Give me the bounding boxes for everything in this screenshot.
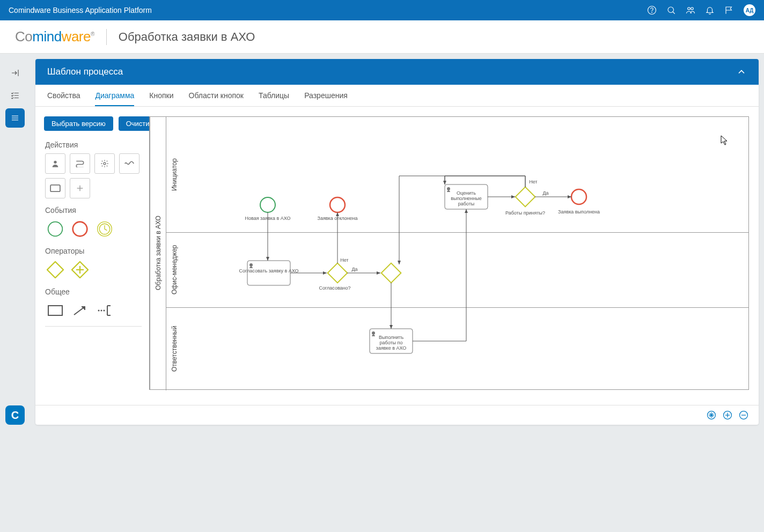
select-version-button[interactable]: Выбрать версию <box>44 116 113 131</box>
palette-start-event[interactable] <box>45 219 65 239</box>
palette-end-event[interactable] <box>70 219 90 239</box>
tab-button-areas[interactable]: Области кнопок <box>189 85 244 106</box>
svg-line-3 <box>673 12 675 14</box>
lane-responsible: Ответственный <box>166 307 182 390</box>
tab-properties[interactable]: Свойства <box>47 85 80 106</box>
svg-point-23 <box>98 310 100 312</box>
lane-initiator: Инициатор <box>166 117 182 232</box>
nav-menu-icon[interactable] <box>5 108 25 128</box>
bpmn-canvas[interactable]: Обработка заявки в АХО Инициатор Офис-ме… <box>149 116 749 390</box>
palette-task[interactable] <box>45 178 65 198</box>
svg-rect-22 <box>48 306 62 315</box>
svg-point-10 <box>104 162 106 165</box>
palette-subprocess[interactable] <box>119 153 139 174</box>
svg-rect-42 <box>381 263 401 283</box>
svg-point-4 <box>688 8 690 10</box>
help-icon[interactable] <box>647 5 657 15</box>
svg-text:Заявка выполнена: Заявка выполнена <box>558 209 600 215</box>
tab-diagram[interactable]: Диаграмма <box>95 85 134 106</box>
svg-point-28 <box>330 197 345 212</box>
svg-text:работы по: работы по <box>380 340 403 345</box>
people-icon[interactable] <box>686 5 695 15</box>
fit-icon[interactable] <box>706 410 717 420</box>
svg-point-9 <box>54 161 56 164</box>
avatar[interactable]: АД <box>744 4 755 16</box>
palette-parallel-gateway[interactable] <box>70 260 90 280</box>
zoom-out-icon[interactable] <box>738 410 749 420</box>
svg-point-36 <box>571 189 586 204</box>
palette-events-title: События <box>45 206 142 215</box>
svg-point-5 <box>691 8 694 10</box>
svg-point-26 <box>260 197 275 212</box>
svg-text:Работы приняты?: Работы приняты? <box>505 210 545 216</box>
palette-service-task[interactable] <box>94 153 115 174</box>
svg-text:Согласовано?: Согласовано? <box>319 285 350 291</box>
palette-timer-event[interactable] <box>94 219 115 239</box>
svg-text:Да: Да <box>542 190 548 196</box>
tab-permissions[interactable]: Разрешения <box>304 85 348 106</box>
palette-script-task[interactable] <box>70 153 90 174</box>
tab-tables[interactable]: Таблицы <box>259 85 289 106</box>
svg-point-24 <box>101 310 102 312</box>
tab-buttons[interactable]: Кнопки <box>149 85 173 106</box>
svg-rect-34 <box>516 187 535 207</box>
palette-user-task[interactable] <box>45 153 65 174</box>
svg-text:Нет: Нет <box>340 257 348 263</box>
zoom-in-icon[interactable] <box>722 410 733 420</box>
bpmn-diagram: Новая заявка в АХО Заявка отклонена Оцен… <box>182 117 606 390</box>
svg-rect-11 <box>50 185 60 191</box>
palette-actions-title: Действия <box>45 141 142 149</box>
svg-point-15 <box>73 222 87 237</box>
palette-annotation[interactable] <box>94 300 115 321</box>
bell-icon[interactable] <box>705 5 715 15</box>
svg-text:Да: Да <box>351 267 357 272</box>
platform-title: Comindware Business Application Platform <box>9 6 152 14</box>
pool-label: Обработка заявки в АХО <box>150 117 166 389</box>
svg-point-14 <box>48 222 63 237</box>
page-title: Обработка заявки в АХО <box>119 30 255 44</box>
chevron-up-icon[interactable] <box>736 66 747 77</box>
palette-pool[interactable] <box>45 300 65 321</box>
svg-text:Выполнить: Выполнить <box>379 335 404 340</box>
brand-logo: Comindware® <box>15 28 94 45</box>
lane-office-manager: Офис-менеджер <box>166 232 182 307</box>
svg-text:заявке в АХО: заявке в АХО <box>376 345 406 351</box>
nav-expand-icon[interactable] <box>5 63 25 83</box>
svg-text:Оценить: Оценить <box>457 190 476 196</box>
flag-icon[interactable] <box>724 5 734 15</box>
svg-text:Согласовать заявку в АХО: Согласовать заявку в АХО <box>239 268 298 274</box>
svg-text:выполненные: выполненные <box>451 196 482 201</box>
svg-point-25 <box>104 310 105 312</box>
svg-point-2 <box>668 7 674 13</box>
search-icon[interactable] <box>666 5 676 15</box>
svg-text:Нет: Нет <box>529 179 537 184</box>
palette-common-title: Общее <box>45 287 142 296</box>
svg-rect-18 <box>47 262 63 278</box>
svg-point-1 <box>652 12 652 12</box>
palette-arrow[interactable] <box>70 300 90 321</box>
app-icon[interactable]: C <box>5 405 25 425</box>
nav-checklist-icon[interactable] <box>5 86 25 105</box>
svg-rect-40 <box>328 263 348 283</box>
svg-text:работы: работы <box>458 201 475 206</box>
panel-title: Шаблон процесса <box>47 66 123 77</box>
palette-add[interactable] <box>70 178 90 198</box>
palette-operators-title: Операторы <box>45 247 142 255</box>
palette-exclusive-gateway[interactable] <box>45 260 65 280</box>
